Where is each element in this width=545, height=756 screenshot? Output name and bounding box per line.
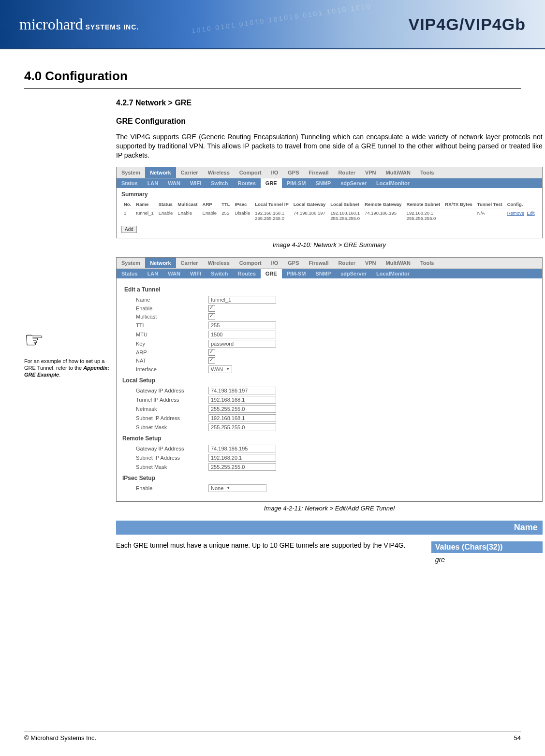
tab-wireless[interactable]: Wireless [203,258,235,268]
lbl-enable: Enable [136,305,208,311]
tab-tools[interactable]: Tools [415,258,439,268]
edit-link[interactable]: Edit [527,210,534,216]
subtab-lan[interactable]: LAN [143,178,163,188]
subtab-localmonitor[interactable]: LocalMonitor [371,269,414,278]
input-key[interactable]: password [208,340,276,348]
checkbox-arp[interactable] [208,349,215,356]
lbl-remote-subnet-ip: Subnet IP Address [136,455,208,461]
checkbox-nat[interactable] [208,357,215,364]
subtab-routes[interactable]: Routes [233,178,261,188]
th-ttl: TTL [219,201,232,208]
sub-tabs: Status LAN WAN WIFI Switch Routes GRE PI… [117,178,542,188]
td-local-tunnel-ip: 192.168.168.1255.255.255.0 [252,208,291,223]
tab-router[interactable]: Router [333,258,360,268]
subtab-wifi[interactable]: WIFI [185,269,206,278]
th-remote-gateway: Remote Gateway [362,201,404,208]
subtab-wan[interactable]: WAN [163,269,185,278]
tab-network[interactable]: Network [145,258,176,268]
tab-router[interactable]: Router [333,167,360,178]
td-status: Enable [156,208,176,223]
input-mtu[interactable]: 1500 [208,331,276,338]
subtab-pimsm[interactable]: PIM-SM [282,269,311,278]
subtab-gre[interactable]: GRE [261,269,282,278]
input-remote-subnet-mask[interactable]: 255.255.255.0 [208,463,276,471]
input-local-subnet-ip[interactable]: 192.168.168.1 [208,414,276,422]
subtab-pimsm[interactable]: PIM-SM [282,178,311,188]
lbl-name: Name [136,297,208,303]
subtab-switch[interactable]: Switch [206,269,233,278]
subtab-status[interactable]: Status [117,269,143,278]
lbl-interface: Interface [136,366,208,372]
tab-carrier[interactable]: Carrier [176,167,203,178]
tab-multiwan[interactable]: MultiWAN [381,167,415,178]
td-no: 1 [121,208,133,223]
td-multicast: Enable [175,208,200,223]
tab-firewall[interactable]: Firewall [304,167,334,178]
lbl-arp: ARP [136,349,208,355]
subtab-wan[interactable]: WAN [163,178,185,188]
subtab-gre[interactable]: GRE [261,178,282,188]
tab-carrier[interactable]: Carrier [176,258,203,268]
footer-copyright: © Microhard Systems Inc. [24,734,96,741]
tab-network[interactable]: Network [145,167,176,178]
tab-multiwan[interactable]: MultiWAN [381,258,415,268]
select-interface[interactable]: WAN [208,365,232,373]
table-header-row: No. Name Status Multicast ARP TTL IPsec … [121,201,537,208]
tab-system[interactable]: System [117,167,145,178]
input-netmask[interactable]: 255.255.255.0 [208,405,276,413]
input-local-subnet-mask[interactable]: 255.255.255.0 [208,423,276,431]
subtab-localmonitor[interactable]: LocalMonitor [371,178,414,188]
screenshot-gre-edit: System Network Carrier Wireless Comport … [116,257,543,502]
tab-gps[interactable]: GPS [283,167,304,178]
subtab-lan[interactable]: LAN [143,269,163,278]
input-remote-gw[interactable]: 74.198.186.195 [208,445,276,452]
sub-tabs-2: Status LAN WAN WIFI Switch Routes GRE PI… [117,269,542,278]
lbl-nat: NAT [136,358,208,363]
input-ttl[interactable]: 255 [208,321,276,329]
subtab-snmp[interactable]: SNMP [310,269,336,278]
lbl-key: Key [136,341,208,347]
product-name: VIP4G/VIP4Gb [408,15,526,34]
subtab-wifi[interactable]: WIFI [185,178,206,188]
subtab-sdpserver[interactable]: sdpServer [336,269,371,278]
tab-vpn[interactable]: VPN [360,258,381,268]
tab-gps[interactable]: GPS [283,258,304,268]
select-ipsec-enable[interactable]: None [208,484,266,492]
lbl-multicast: Multicast [136,314,208,320]
checkbox-multicast[interactable] [208,313,215,320]
subtab-routes[interactable]: Routes [233,269,261,278]
th-remote-subnet: Remote Subnet [404,201,443,208]
th-local-tunnel-ip: Local Tunnel IP [252,201,291,208]
values-header: Values (Chars(32)) [431,541,543,553]
input-name[interactable]: tunnel_1 [208,296,276,304]
td-rxtx [442,208,475,223]
lbl-local-subnet-mask: Subnet Mask [136,424,208,430]
tab-system[interactable]: System [117,258,145,268]
sidenote: ☞ For an example of how to set up a GRE … [24,99,111,567]
input-remote-subnet-ip[interactable]: 192.168.20.1 [208,454,276,462]
tab-vpn[interactable]: VPN [360,167,381,178]
th-status: Status [156,201,176,208]
tab-io[interactable]: I/O [266,258,283,268]
remove-link[interactable]: Remove [507,210,524,216]
input-tunnel-ip[interactable]: 192.168.168.1 [208,396,276,404]
checkbox-enable[interactable] [208,305,215,312]
caption-2: Image 4-2-11: Network > Edit/Add GRE Tun… [116,505,543,512]
tab-comport[interactable]: Comport [235,258,266,268]
td-config: Remove Edit [505,208,537,223]
th-multicast: Multicast [175,201,200,208]
lbl-local-subnet-ip: Subnet IP Address [136,415,208,421]
add-button[interactable]: Add [121,226,137,233]
tab-wireless[interactable]: Wireless [203,167,235,178]
tab-io[interactable]: I/O [266,167,283,178]
tab-tools[interactable]: Tools [415,167,439,178]
subtab-snmp[interactable]: SNMP [310,178,336,188]
input-local-gw[interactable]: 74.198.186.197 [208,387,276,394]
subtab-sdpserver[interactable]: sdpServer [336,178,371,188]
lbl-local-gw: Gateway IP Address [136,388,208,393]
subtab-status[interactable]: Status [117,178,143,188]
tab-comport[interactable]: Comport [235,167,266,178]
values-value: gre [431,553,543,567]
subtab-switch[interactable]: Switch [206,178,233,188]
tab-firewall[interactable]: Firewall [304,258,334,268]
